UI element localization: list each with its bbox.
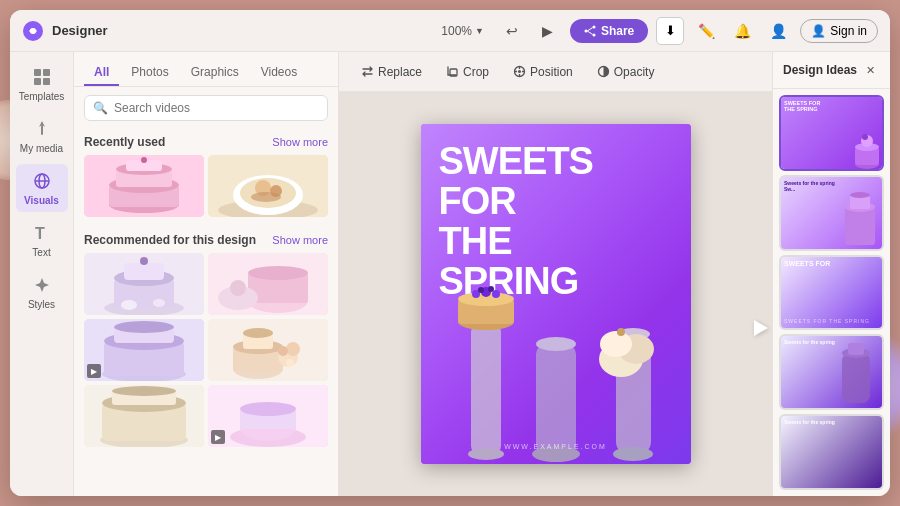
signin-button[interactable]: 👤 Sign in xyxy=(800,19,878,43)
svg-rect-21 xyxy=(43,69,50,76)
sidebar-item-media[interactable]: My media xyxy=(16,112,68,160)
svg-rect-125 xyxy=(848,343,864,355)
media-thumb-3[interactable] xyxy=(84,253,204,315)
svg-point-71 xyxy=(286,342,300,356)
video-icon-8: ▶ xyxy=(211,430,225,444)
replace-button[interactable]: Replace xyxy=(353,61,430,83)
svg-point-36 xyxy=(141,157,147,163)
sidebar: Templates My media xyxy=(10,52,74,496)
sidebar-item-visuals[interactable]: Visuals xyxy=(16,164,68,212)
svg-rect-119 xyxy=(845,207,875,245)
svg-point-72 xyxy=(278,346,288,356)
design-idea-1[interactable]: Sweets forthe spring xyxy=(779,95,884,171)
show-more-recently[interactable]: Show more xyxy=(272,136,328,148)
svg-point-73 xyxy=(286,359,294,367)
svg-line-19 xyxy=(587,31,592,35)
styles-icon xyxy=(31,274,53,296)
svg-point-15 xyxy=(592,25,595,28)
crop-button[interactable]: Crop xyxy=(438,61,497,83)
position-icon xyxy=(513,65,526,78)
svg-rect-22 xyxy=(34,78,41,85)
pen-button[interactable]: ✏️ xyxy=(692,17,720,45)
design-idea-2[interactable]: Sweets for the springSw... xyxy=(779,175,884,251)
design-ideas-header: Design Ideas ✕ xyxy=(773,52,890,89)
app-name: Designer xyxy=(52,23,108,38)
svg-point-97 xyxy=(536,337,576,351)
media-thumb-5[interactable]: ▶ xyxy=(84,319,204,381)
canvas-url: WWW.EXAMPLE.COM xyxy=(421,443,691,450)
content-area: Templates My media xyxy=(10,52,890,496)
sidebar-item-templates[interactable]: Templates xyxy=(16,60,68,108)
svg-rect-20 xyxy=(34,69,41,76)
redo-button[interactable]: ▶ xyxy=(534,17,562,45)
media-thumb-8[interactable]: ▶ xyxy=(208,385,328,447)
media-thumb-7[interactable] xyxy=(84,385,204,447)
svg-point-55 xyxy=(248,266,308,280)
visuals-icon xyxy=(31,170,53,192)
svg-point-14 xyxy=(30,28,36,34)
svg-point-118 xyxy=(862,134,868,140)
canvas-content: SWEETS FOR THE SPRING xyxy=(339,92,772,496)
svg-rect-23 xyxy=(43,78,50,85)
search-input[interactable] xyxy=(114,101,319,115)
design-ideas-list: Sweets forthe spring Sweets for the s xyxy=(773,89,890,496)
search-box[interactable]: 🔍 xyxy=(84,95,328,121)
title-bar: Designer 100% ▼ ↩ ▶ Share ⬇ ✏️ 🔔 👤 👤 Sig… xyxy=(10,10,890,52)
close-design-ideas-button[interactable]: ✕ xyxy=(860,60,880,80)
media-thumb-6[interactable] xyxy=(208,319,328,381)
media-thumb-2[interactable] xyxy=(208,155,328,217)
person-button[interactable]: 👤 xyxy=(764,17,792,45)
panel-tabs: All Photos Graphics Videos xyxy=(74,52,338,87)
tab-videos[interactable]: Videos xyxy=(251,60,307,86)
design-idea-5[interactable]: Sweets for the spring xyxy=(779,414,884,490)
toolbar-bar: Replace Crop xyxy=(339,52,772,92)
tab-photos[interactable]: Photos xyxy=(121,60,178,86)
share-button[interactable]: Share xyxy=(570,19,648,43)
panel-search: 🔍 xyxy=(74,87,338,129)
app-logo xyxy=(22,20,44,42)
svg-point-57 xyxy=(230,280,246,296)
bell-button[interactable]: 🔔 xyxy=(728,17,756,45)
media-thumb-1[interactable] xyxy=(84,155,204,217)
position-button[interactable]: Position xyxy=(505,61,581,83)
download-button[interactable]: ⬇ xyxy=(656,17,684,45)
show-more-recommended[interactable]: Show more xyxy=(272,234,328,246)
replace-icon xyxy=(361,65,374,78)
design-idea-4[interactable]: Sweets for the spring xyxy=(779,334,884,410)
recently-used-section: Recently used Show more xyxy=(74,129,338,227)
tab-all[interactable]: All xyxy=(84,60,119,86)
svg-point-49 xyxy=(140,257,148,265)
svg-point-43 xyxy=(251,192,281,202)
svg-point-84 xyxy=(240,402,296,416)
zoom-control[interactable]: 100% ▼ xyxy=(435,21,490,41)
text-icon: T xyxy=(31,222,53,244)
undo-button[interactable]: ↩ xyxy=(498,17,526,45)
svg-rect-96 xyxy=(536,344,576,454)
svg-rect-123 xyxy=(842,353,870,403)
design-canvas[interactable]: SWEETS FOR THE SPRING xyxy=(421,124,691,464)
svg-rect-93 xyxy=(471,324,501,454)
templates-icon xyxy=(31,66,53,88)
video-icon-5: ▶ xyxy=(87,364,101,378)
canvas-area: Replace Crop xyxy=(339,52,772,496)
sidebar-item-text[interactable]: T Text xyxy=(16,216,68,264)
search-icon: 🔍 xyxy=(93,101,108,115)
recommended-section: Recommended for this design Show more xyxy=(74,227,338,457)
section-header-recommended: Recommended for this design Show more xyxy=(84,233,328,247)
opacity-button[interactable]: Opacity xyxy=(589,61,663,83)
svg-point-63 xyxy=(114,321,174,333)
panel-scroll: Recently used Show more xyxy=(74,129,338,496)
recommended-grid: ▶ xyxy=(84,253,328,447)
svg-point-109 xyxy=(488,286,494,292)
recommended-title: Recommended for this design xyxy=(84,233,256,247)
recently-used-title: Recently used xyxy=(84,135,165,149)
design-idea-3[interactable]: SWEETS FOR sweets for the spring xyxy=(779,255,884,331)
svg-point-16 xyxy=(592,33,595,36)
svg-point-50 xyxy=(121,300,137,310)
sidebar-item-styles[interactable]: Styles xyxy=(16,268,68,316)
design-ideas-title: Design Ideas xyxy=(783,63,857,77)
tab-graphics[interactable]: Graphics xyxy=(181,60,249,86)
media-icon xyxy=(31,118,53,140)
media-thumb-4[interactable] xyxy=(208,253,328,315)
svg-text:T: T xyxy=(35,225,45,242)
